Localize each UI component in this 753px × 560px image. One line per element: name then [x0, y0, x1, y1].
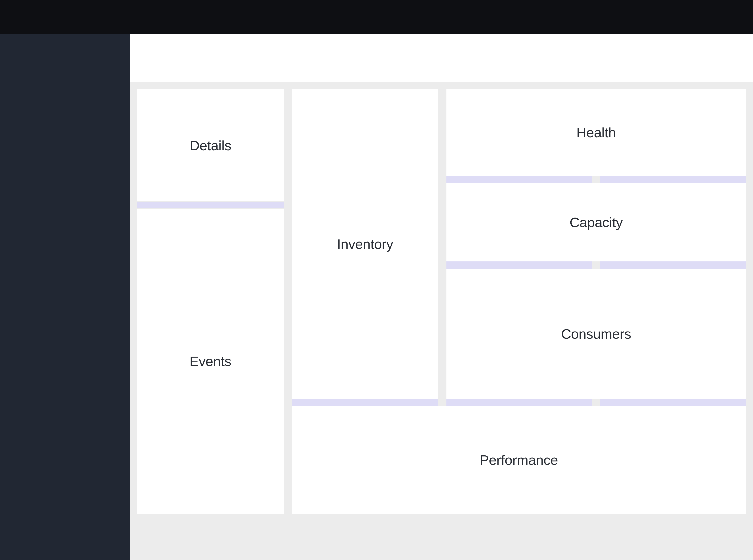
dashboard-grid: Details Events Inventory Health: [137, 89, 746, 560]
dashboard-canvas: Details Events Inventory Health: [130, 82, 753, 560]
drop-zone[interactable]: [446, 261, 592, 269]
panel-title: Health: [576, 124, 616, 140]
panel-title: Consumers: [561, 326, 631, 342]
panel-title: Details: [190, 138, 231, 154]
top-bar: [0, 0, 753, 34]
panel-title: Inventory: [337, 236, 393, 252]
panel-performance[interactable]: Performance: [292, 406, 746, 514]
drop-zone[interactable]: [446, 399, 592, 406]
panel-events[interactable]: Events: [137, 209, 284, 514]
drop-zone[interactable]: [600, 399, 746, 406]
panel-inventory[interactable]: Inventory: [292, 89, 438, 399]
panel-title: Capacity: [569, 214, 622, 230]
drop-zone[interactable]: [600, 176, 746, 183]
main-area: Details Events Inventory Health: [130, 34, 753, 560]
drop-zone[interactable]: [600, 261, 746, 269]
panel-consumers[interactable]: Consumers: [446, 269, 746, 399]
drop-zone[interactable]: [137, 201, 284, 209]
drop-zone-row[interactable]: [446, 176, 746, 183]
app-body: Details Events Inventory Health: [0, 34, 753, 560]
drop-zone[interactable]: [292, 399, 438, 406]
sidebar: [0, 34, 130, 560]
panel-title: Events: [190, 353, 232, 369]
drop-zone-row[interactable]: [446, 261, 746, 269]
panel-title: Performance: [480, 452, 558, 468]
panel-health[interactable]: Health: [446, 89, 746, 176]
panel-details[interactable]: Details: [137, 89, 284, 201]
panel-capacity[interactable]: Capacity: [446, 183, 746, 261]
content-header: [130, 34, 753, 82]
drop-zone[interactable]: [446, 176, 592, 183]
drop-zone-row[interactable]: [446, 399, 746, 406]
